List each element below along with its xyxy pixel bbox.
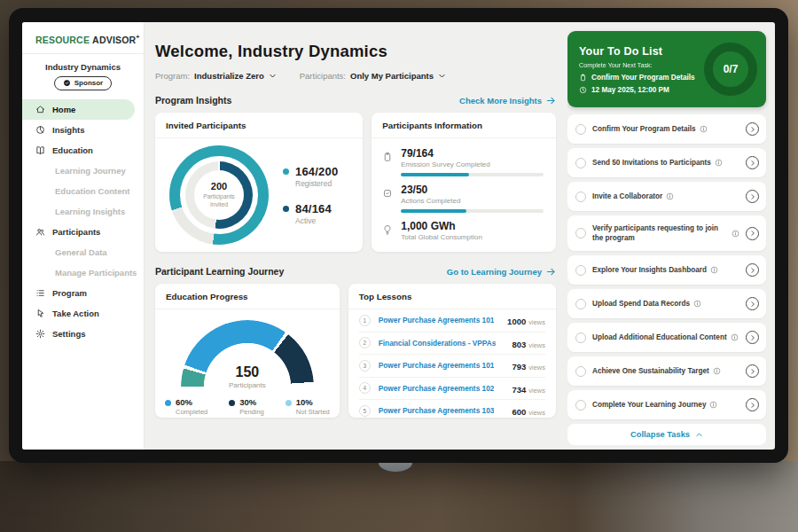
info-icon[interactable]	[709, 401, 717, 409]
task-checkbox[interactable]	[575, 332, 586, 343]
task-item-explore-insights[interactable]: Explore Your Insights Dashboard	[567, 255, 766, 285]
clipboard-icon	[579, 74, 587, 82]
sponsor-badge: Sponsor	[54, 76, 112, 90]
task-list: Confirm Your Program Details Send 50 Inv…	[567, 114, 766, 419]
lesson-link[interactable]: Power Purchase Agreements 103	[379, 406, 495, 415]
main-content: Welcome, Industry Dynamics Program: Indu…	[145, 22, 567, 450]
sidebar-item-label: Insights	[52, 125, 84, 135]
task-checkbox[interactable]	[575, 158, 586, 168]
collapse-tasks-link[interactable]: Collapse Tasks	[567, 424, 766, 445]
task-checkbox[interactable]	[575, 192, 586, 202]
sidebar-item-take-action[interactable]: Take Action	[22, 303, 144, 324]
sidebar-item-label: Home	[52, 105, 75, 114]
donut-legend: 164/200 Registered 84/164 Active	[283, 165, 338, 225]
sidebar-item-participants[interactable]: Participants	[22, 222, 144, 242]
legend-item-completed: 60% Completed	[165, 397, 207, 416]
task-checkbox[interactable]	[575, 299, 586, 309]
todo-progress-ring: 0/7	[704, 43, 757, 96]
sidebar-item-settings[interactable]: Settings	[22, 324, 144, 344]
task-item-upload-spend-data[interactable]: Upload Spend Data Records	[567, 289, 766, 318]
lesson-views: 803	[512, 340, 526, 349]
lesson-rank: 2	[359, 337, 371, 348]
sidebar-item-general-data[interactable]: General Data	[22, 242, 144, 262]
chevron-right-icon	[749, 267, 756, 274]
legend-dot	[165, 400, 171, 406]
legend-label: Pending	[239, 408, 264, 416]
legend-value: 10%	[296, 397, 330, 407]
task-item-confirm-program[interactable]: Confirm Your Program Details	[567, 114, 766, 144]
top-lessons-card: Top Lessons 1 Power Purchase Agreements …	[348, 284, 556, 418]
program-select[interactable]: Industrialize Zero	[194, 71, 277, 81]
sidebar-item-learning-journey[interactable]: Learning Journey	[22, 160, 144, 181]
info-icon[interactable]	[666, 192, 674, 200]
chevron-right-icon	[749, 193, 756, 200]
legend-value: 30%	[239, 397, 264, 407]
info-icon[interactable]	[713, 367, 721, 375]
task-chevron-button[interactable]	[746, 263, 759, 277]
lesson-row: 4 Power Purchase Agreements 102 734views	[359, 378, 545, 401]
task-chevron-button[interactable]	[746, 227, 759, 240]
task-checkbox[interactable]	[575, 366, 586, 377]
sidebar-item-home[interactable]: Home	[22, 99, 135, 120]
lesson-link[interactable]: Financial Considerations - VPPAs	[379, 339, 497, 348]
chevron-right-icon	[749, 126, 756, 133]
task-checkbox[interactable]	[575, 400, 586, 411]
sidebar-item-label: Program	[52, 288, 87, 298]
check-more-insights-link[interactable]: Check More Insights	[459, 96, 556, 106]
task-item-complete-learning-journey[interactable]: Complete Your Learning Journey	[567, 390, 766, 419]
info-label: Total Global Consumption	[401, 233, 544, 241]
sidebar-item-label: Settings	[52, 329, 85, 339]
lesson-link[interactable]: Power Purchase Agreements 101	[379, 361, 495, 370]
info-row-consumption: 1,000 GWh Total Global Consumption	[382, 220, 544, 241]
legend-dot	[229, 400, 235, 406]
info-icon[interactable]	[715, 159, 723, 167]
brand-primary: RESOURCE	[35, 35, 90, 45]
task-chevron-button[interactable]	[746, 156, 759, 169]
sidebar-item-learning-insights[interactable]: Learning Insights	[22, 201, 144, 222]
participants-select[interactable]: Only My Participants	[350, 71, 446, 81]
task-item-upload-educational-content[interactable]: Upload Additional Educational Content	[567, 323, 766, 352]
sidebar-item-education-content[interactable]: Education Content	[22, 181, 144, 201]
todo-subtitle: Complete Your Next Task:	[579, 61, 704, 69]
brand-plus: +	[136, 34, 139, 40]
sidebar-item-education[interactable]: Education	[22, 140, 144, 160]
page-title: Welcome, Industry Dynamics	[155, 42, 556, 61]
info-icon[interactable]	[731, 333, 739, 341]
legend-item-active: 84/164 Active	[283, 202, 338, 225]
arrow-right-icon	[546, 267, 556, 277]
info-row-actions: 23/50 Actions Completed	[382, 184, 544, 213]
gear-icon	[35, 329, 45, 339]
sidebar-item-insights[interactable]: Insights	[22, 120, 144, 140]
task-chevron-button[interactable]	[746, 190, 759, 203]
legend-value: 60%	[176, 397, 207, 407]
info-icon[interactable]	[693, 300, 701, 308]
task-chevron-button[interactable]	[746, 398, 759, 411]
chevron-up-icon	[695, 431, 703, 439]
lesson-row: 1 Power Purchase Agreements 101 1000view…	[359, 309, 545, 332]
task-checkbox[interactable]	[575, 124, 586, 135]
info-icon[interactable]	[732, 230, 739, 238]
sidebar-item-program[interactable]: Program	[22, 283, 144, 303]
program-filter-label: Program:	[155, 71, 190, 81]
task-checkbox[interactable]	[575, 265, 586, 276]
task-item-verify-participants[interactable]: Verify participants requesting to join t…	[567, 215, 766, 251]
task-chevron-button[interactable]	[746, 364, 759, 378]
todo-progress-value: 0/7	[724, 63, 739, 75]
task-checkbox[interactable]	[575, 228, 586, 239]
task-chevron-button[interactable]	[746, 297, 759, 310]
info-icon[interactable]	[700, 125, 708, 133]
task-chevron-button[interactable]	[746, 331, 759, 344]
info-label: Emission Survey Completed	[401, 160, 544, 168]
program-select-value: Industrialize Zero	[194, 71, 264, 81]
task-item-achieve-sustainability-target[interactable]: Achieve One Sustainability Target	[567, 356, 766, 386]
info-icon[interactable]	[710, 266, 718, 274]
chevron-right-icon	[749, 402, 756, 409]
lesson-link[interactable]: Power Purchase Agreements 101	[379, 316, 495, 325]
sidebar-item-manage-participants[interactable]: Manage Participants	[22, 262, 144, 283]
task-item-invite-collaborator[interactable]: Invite a Collaborator	[567, 182, 766, 211]
task-item-send-invitations[interactable]: Send 50 Invitations to Participants	[567, 148, 766, 177]
go-to-learning-journey-link[interactable]: Go to Learning Journey	[447, 267, 556, 277]
lesson-link[interactable]: Power Purchase Agreements 102	[379, 384, 495, 393]
task-chevron-button[interactable]	[746, 122, 759, 136]
lesson-views: 600	[512, 407, 526, 417]
